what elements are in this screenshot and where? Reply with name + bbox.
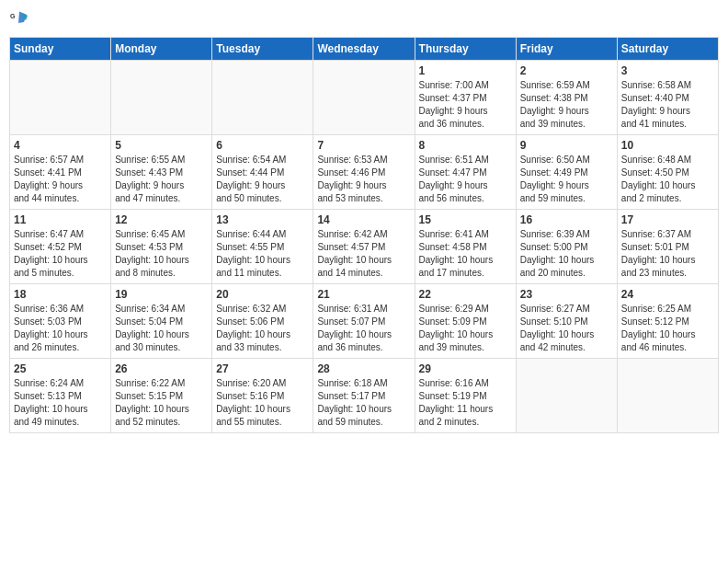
day-number: 11 <box>14 213 107 226</box>
calendar-cell: 18Sunrise: 6:36 AM Sunset: 5:03 PM Dayli… <box>10 284 111 359</box>
day-number: 23 <box>520 288 613 301</box>
day-info: Sunrise: 6:29 AM Sunset: 5:09 PM Dayligh… <box>419 303 512 354</box>
calendar-cell: 22Sunrise: 6:29 AM Sunset: 5:09 PM Dayli… <box>415 284 516 359</box>
day-info: Sunrise: 6:42 AM Sunset: 4:57 PM Dayligh… <box>317 228 410 280</box>
day-header-thursday: Thursday <box>415 38 516 61</box>
calendar-cell: 27Sunrise: 6:20 AM Sunset: 5:16 PM Dayli… <box>212 359 313 433</box>
day-info: Sunrise: 6:34 AM Sunset: 5:04 PM Dayligh… <box>115 303 208 354</box>
calendar-cell: 10Sunrise: 6:48 AM Sunset: 4:50 PM Dayli… <box>617 135 718 210</box>
day-info: Sunrise: 6:22 AM Sunset: 5:15 PM Dayligh… <box>115 377 208 429</box>
calendar-cell: 21Sunrise: 6:31 AM Sunset: 5:07 PM Dayli… <box>313 284 415 359</box>
day-info: Sunrise: 6:24 AM Sunset: 5:13 PM Dayligh… <box>14 377 107 429</box>
calendar-cell: 6Sunrise: 6:54 AM Sunset: 4:44 PM Daylig… <box>212 135 313 210</box>
day-header-tuesday: Tuesday <box>212 38 313 61</box>
calendar-week-5: 25Sunrise: 6:24 AM Sunset: 5:13 PM Dayli… <box>10 359 719 433</box>
svg-text:G: G <box>10 13 16 19</box>
day-info: Sunrise: 6:59 AM Sunset: 4:38 PM Dayligh… <box>520 79 613 131</box>
calendar-cell: 8Sunrise: 6:51 AM Sunset: 4:47 PM Daylig… <box>415 135 516 210</box>
day-header-saturday: Saturday <box>617 38 718 61</box>
day-header-friday: Friday <box>516 38 617 61</box>
day-number: 1 <box>419 64 512 77</box>
day-info: Sunrise: 6:36 AM Sunset: 5:03 PM Dayligh… <box>14 303 107 354</box>
day-info: Sunrise: 6:53 AM Sunset: 4:46 PM Dayligh… <box>317 154 410 205</box>
calendar-cell: 1Sunrise: 7:00 AM Sunset: 4:37 PM Daylig… <box>415 61 516 135</box>
calendar-week-1: 1Sunrise: 7:00 AM Sunset: 4:37 PM Daylig… <box>10 61 719 135</box>
day-header-wednesday: Wednesday <box>313 38 415 61</box>
calendar-cell: 20Sunrise: 6:32 AM Sunset: 5:06 PM Dayli… <box>212 284 313 359</box>
calendar-body: 1Sunrise: 7:00 AM Sunset: 4:37 PM Daylig… <box>10 61 719 433</box>
day-info: Sunrise: 6:18 AM Sunset: 5:17 PM Dayligh… <box>317 377 410 429</box>
calendar-cell: 25Sunrise: 6:24 AM Sunset: 5:13 PM Dayli… <box>10 359 111 433</box>
day-info: Sunrise: 6:16 AM Sunset: 5:19 PM Dayligh… <box>419 377 512 429</box>
day-info: Sunrise: 6:39 AM Sunset: 5:00 PM Dayligh… <box>520 228 613 280</box>
day-info: Sunrise: 6:37 AM Sunset: 5:01 PM Dayligh… <box>621 228 714 280</box>
calendar-cell: 15Sunrise: 6:41 AM Sunset: 4:58 PM Dayli… <box>415 210 516 284</box>
day-number: 15 <box>419 213 512 226</box>
calendar-cell: 26Sunrise: 6:22 AM Sunset: 5:15 PM Dayli… <box>111 359 212 433</box>
day-number: 21 <box>317 288 410 301</box>
calendar-cell: 9Sunrise: 6:50 AM Sunset: 4:49 PM Daylig… <box>516 135 617 210</box>
day-number: 7 <box>317 139 410 152</box>
day-info: Sunrise: 6:47 AM Sunset: 4:52 PM Dayligh… <box>14 228 107 280</box>
day-number: 4 <box>14 139 107 152</box>
day-number: 13 <box>216 213 309 226</box>
day-number: 17 <box>621 213 714 226</box>
calendar-cell: 5Sunrise: 6:55 AM Sunset: 4:43 PM Daylig… <box>111 135 212 210</box>
calendar-cell <box>617 359 718 433</box>
day-number: 3 <box>621 64 714 77</box>
logo: G <box>9 9 29 28</box>
calendar-cell: 3Sunrise: 6:58 AM Sunset: 4:40 PM Daylig… <box>617 61 718 135</box>
day-info: Sunrise: 6:55 AM Sunset: 4:43 PM Dayligh… <box>115 154 208 205</box>
day-info: Sunrise: 6:57 AM Sunset: 4:41 PM Dayligh… <box>14 154 107 205</box>
calendar-cell: 13Sunrise: 6:44 AM Sunset: 4:55 PM Dayli… <box>212 210 313 284</box>
day-number: 28 <box>317 362 410 375</box>
day-number: 22 <box>419 288 512 301</box>
day-number: 26 <box>115 362 208 375</box>
calendar-cell <box>10 61 111 135</box>
day-number: 6 <box>216 139 309 152</box>
day-info: Sunrise: 6:50 AM Sunset: 4:49 PM Dayligh… <box>520 154 613 205</box>
day-info: Sunrise: 6:51 AM Sunset: 4:47 PM Dayligh… <box>419 154 512 205</box>
day-info: Sunrise: 6:20 AM Sunset: 5:16 PM Dayligh… <box>216 377 309 429</box>
calendar-cell: 2Sunrise: 6:59 AM Sunset: 4:38 PM Daylig… <box>516 61 617 135</box>
day-info: Sunrise: 7:00 AM Sunset: 4:37 PM Dayligh… <box>419 79 512 131</box>
calendar-cell: 17Sunrise: 6:37 AM Sunset: 5:01 PM Dayli… <box>617 210 718 284</box>
day-info: Sunrise: 6:45 AM Sunset: 4:53 PM Dayligh… <box>115 228 208 280</box>
logo-icon: G <box>9 9 28 28</box>
day-number: 24 <box>621 288 714 301</box>
day-info: Sunrise: 6:32 AM Sunset: 5:06 PM Dayligh… <box>216 303 309 354</box>
day-header-sunday: Sunday <box>10 38 111 61</box>
calendar-cell: 14Sunrise: 6:42 AM Sunset: 4:57 PM Dayli… <box>313 210 415 284</box>
calendar-cell: 12Sunrise: 6:45 AM Sunset: 4:53 PM Dayli… <box>111 210 212 284</box>
calendar-cell: 24Sunrise: 6:25 AM Sunset: 5:12 PM Dayli… <box>617 284 718 359</box>
day-info: Sunrise: 6:48 AM Sunset: 4:50 PM Dayligh… <box>621 154 714 205</box>
calendar-cell <box>212 61 313 135</box>
day-number: 14 <box>317 213 410 226</box>
calendar-cell <box>111 61 212 135</box>
day-info: Sunrise: 6:27 AM Sunset: 5:10 PM Dayligh… <box>520 303 613 354</box>
day-number: 8 <box>419 139 512 152</box>
day-number: 16 <box>520 213 613 226</box>
calendar-cell: 4Sunrise: 6:57 AM Sunset: 4:41 PM Daylig… <box>10 135 111 210</box>
day-info: Sunrise: 6:44 AM Sunset: 4:55 PM Dayligh… <box>216 228 309 280</box>
day-number: 27 <box>216 362 309 375</box>
calendar-cell: 11Sunrise: 6:47 AM Sunset: 4:52 PM Dayli… <box>10 210 111 284</box>
calendar-header-row: SundayMondayTuesdayWednesdayThursdayFrid… <box>10 38 719 61</box>
day-number: 9 <box>520 139 613 152</box>
day-info: Sunrise: 6:31 AM Sunset: 5:07 PM Dayligh… <box>317 303 410 354</box>
day-number: 5 <box>115 139 208 152</box>
day-number: 19 <box>115 288 208 301</box>
day-number: 29 <box>419 362 512 375</box>
calendar-cell: 19Sunrise: 6:34 AM Sunset: 5:04 PM Dayli… <box>111 284 212 359</box>
calendar-cell: 16Sunrise: 6:39 AM Sunset: 5:00 PM Dayli… <box>516 210 617 284</box>
day-number: 20 <box>216 288 309 301</box>
calendar-cell <box>516 359 617 433</box>
calendar-cell <box>313 61 415 135</box>
header: G <box>9 9 719 28</box>
day-info: Sunrise: 6:54 AM Sunset: 4:44 PM Dayligh… <box>216 154 309 205</box>
day-header-monday: Monday <box>111 38 212 61</box>
day-number: 10 <box>621 139 714 152</box>
day-number: 12 <box>115 213 208 226</box>
day-info: Sunrise: 6:58 AM Sunset: 4:40 PM Dayligh… <box>621 79 714 131</box>
calendar-cell: 28Sunrise: 6:18 AM Sunset: 5:17 PM Dayli… <box>313 359 415 433</box>
